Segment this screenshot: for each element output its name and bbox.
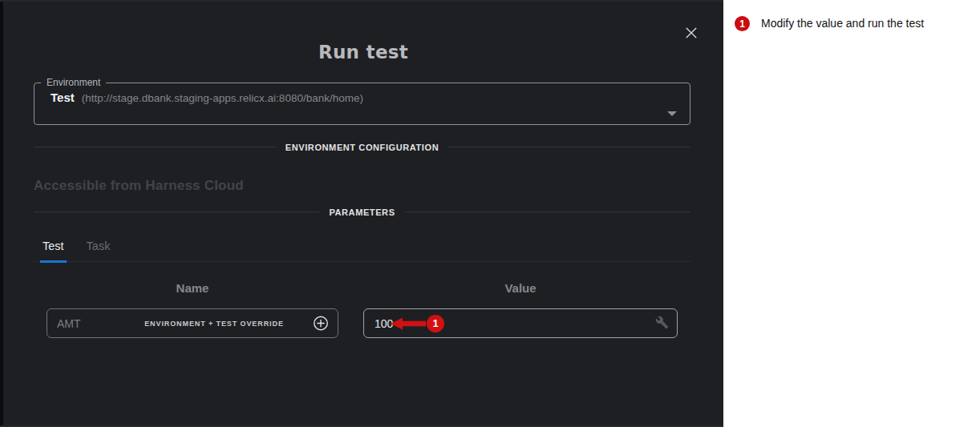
modal-backdrop: Run test Environment Test (http://stage.… xyxy=(0,0,723,427)
parameter-name-input[interactable] xyxy=(57,317,145,330)
step-badge: 1 xyxy=(427,315,444,332)
dialog-title: Run test xyxy=(3,42,723,62)
parameter-name-field[interactable]: ENVIRONMENT + TEST OVERRIDE xyxy=(47,308,338,338)
annotation-step-1: 1 Modify the value and run the test xyxy=(735,16,924,31)
parameters-divider: PARAMETERS xyxy=(34,206,690,218)
parameters-tabbar: Test Task xyxy=(34,240,690,262)
wrench-icon xyxy=(655,316,669,329)
environment-select[interactable]: Environment Test (http://stage.dbank.sta… xyxy=(34,77,690,125)
divider-line xyxy=(405,211,690,212)
close-icon xyxy=(683,25,699,41)
value-column-header: Value xyxy=(363,281,678,295)
step-text: Modify the value and run the test xyxy=(761,16,924,30)
close-button[interactable] xyxy=(681,22,702,43)
harness-cloud-note: Accessible from Harness Cloud xyxy=(34,178,244,194)
tab-task[interactable]: Task xyxy=(84,240,113,263)
name-column-header: Name xyxy=(47,281,338,295)
environment-url: (http://stage.dbank.staging-apps.relicx.… xyxy=(82,92,363,104)
run-test-dialog: Run test Environment Test (http://stage.… xyxy=(3,2,723,425)
environment-label: Environment xyxy=(41,77,106,88)
edit-value-button[interactable] xyxy=(654,316,670,332)
divider-line xyxy=(448,147,690,147)
step-number-badge: 1 xyxy=(735,16,750,31)
tab-test[interactable]: Test xyxy=(40,240,67,263)
environment-configuration-label: ENVIRONMENT CONFIGURATION xyxy=(285,143,439,152)
plus-circle-icon xyxy=(312,314,330,332)
environment-name: Test xyxy=(51,91,75,104)
parameter-value-input[interactable] xyxy=(375,317,411,330)
parameter-value-field[interactable]: 1 xyxy=(363,308,678,338)
divider-line xyxy=(34,211,319,212)
parameters-label: PARAMETERS xyxy=(329,207,395,217)
chevron-down-icon xyxy=(667,111,677,116)
screenshot-root: Run test Environment Test (http://stage.… xyxy=(0,0,980,427)
divider-line xyxy=(34,147,276,147)
override-badge: ENVIRONMENT + TEST OVERRIDE xyxy=(144,320,284,328)
instructions-panel: 1 Modify the value and run the test xyxy=(723,0,980,427)
add-parameter-button[interactable] xyxy=(311,314,330,332)
environment-configuration-divider: ENVIRONMENT CONFIGURATION xyxy=(34,141,690,153)
environment-selected-value: Test (http://stage.dbank.staging-apps.re… xyxy=(34,88,690,104)
